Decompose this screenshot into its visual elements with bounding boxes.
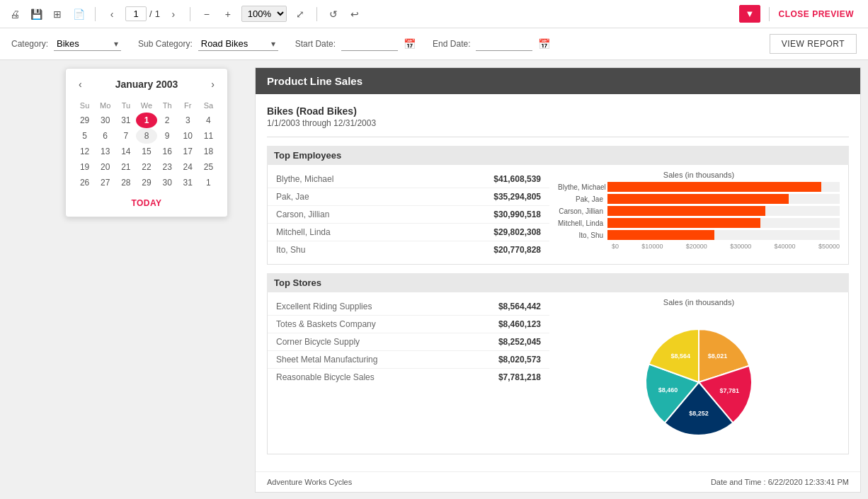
bar-fill: [607, 218, 760, 228]
today-button[interactable]: TODAY: [131, 198, 161, 208]
separator-4: [769, 7, 770, 21]
page-layout-icon[interactable]: ⊞: [50, 6, 65, 22]
calendar-day[interactable]: 7: [115, 128, 136, 144]
sub-category-label: Sub Category:: [138, 39, 193, 49]
calendar-day-header: Mo: [95, 98, 115, 113]
footer-datetime-value: 6/22/2020 12:33:41 PM: [768, 478, 849, 486]
filter-button[interactable]: ▼: [739, 5, 761, 23]
employee-name: Carson, Jillian: [276, 210, 329, 219]
bar-axis-label: $10000: [641, 243, 663, 250]
calendar-day[interactable]: 25: [198, 159, 219, 175]
calendar-day[interactable]: 4: [198, 113, 219, 128]
calendar-day[interactable]: 3: [178, 113, 198, 128]
page-navigation: 1 / 1: [125, 6, 160, 21]
start-date-input[interactable]: 1/1/2003: [341, 37, 398, 51]
calendar-prev-button[interactable]: ‹: [74, 77, 86, 91]
store-row: Corner Bicycle Supply$8,252,045: [268, 333, 549, 351]
category-select[interactable]: Bikes Accessories Clothing: [54, 37, 121, 51]
calendar-grid: SuMoTuWeThFrSa 2930311234567891011121314…: [74, 98, 219, 190]
bar-axis-label: $50000: [818, 243, 840, 250]
calendar-day[interactable]: 22: [136, 159, 156, 175]
calendar-day[interactable]: 20: [95, 159, 115, 175]
report-footer: Adventure Works Cycles Date and Time : 6…: [256, 471, 860, 492]
calendar-day[interactable]: 10: [178, 128, 198, 144]
employees-table: Blythe, Michael$41,608,539Pak, Jae$35,29…: [268, 165, 549, 264]
start-date-label: Start Date:: [295, 39, 336, 49]
calendar-day[interactable]: 28: [115, 175, 136, 190]
view-report-button[interactable]: VIEW REPORT: [770, 34, 857, 54]
prev-page-icon[interactable]: ‹: [104, 6, 120, 22]
separator-3: [316, 7, 317, 21]
calendar-day[interactable]: 1: [136, 113, 156, 128]
separator-1: [95, 7, 96, 21]
sub-category-filter: Sub Category: Road Bikes Mountain Bikes …: [138, 37, 278, 51]
calendar-day[interactable]: 14: [115, 144, 136, 159]
end-date-filter: End Date: 12/31/2003 📅: [433, 37, 550, 51]
refresh-icon[interactable]: ↺: [326, 6, 341, 22]
calendar-next-button[interactable]: ›: [207, 77, 219, 91]
bar-fill: [607, 182, 821, 192]
top-employees-section: Top Employees Blythe, Michael$41,608,539…: [267, 146, 849, 265]
undo-icon[interactable]: ↩: [347, 6, 362, 22]
calendar-day[interactable]: 21: [115, 159, 136, 175]
bar-label: Carson, Jillian: [558, 207, 607, 215]
calendar-day[interactable]: 31: [115, 113, 136, 128]
calendar-day[interactable]: 2: [157, 113, 178, 128]
start-date-calendar-button[interactable]: 📅: [404, 38, 416, 50]
top-stores-header: Top Stores: [267, 273, 849, 292]
bar-fill: [607, 230, 714, 240]
sub-category-select[interactable]: Road Bikes Mountain Bikes Touring Bikes: [198, 37, 278, 51]
calendar-day[interactable]: 11: [198, 128, 219, 144]
calendar-day[interactable]: 17: [178, 144, 198, 159]
calendar-day-header: Su: [74, 98, 95, 113]
store-name: Totes & Baskets Company: [276, 319, 376, 329]
bar-label: Ito, Shu: [558, 231, 607, 239]
top-stores-section: Top Stores Excellent Riding Supplies$8,5…: [267, 273, 849, 454]
calendar-day[interactable]: 1: [198, 175, 219, 190]
calendar-day[interactable]: 23: [157, 159, 178, 175]
calendar-day[interactable]: 29: [136, 175, 156, 190]
calendar-day[interactable]: 31: [178, 175, 198, 190]
export-icon[interactable]: 📄: [71, 6, 86, 22]
zoom-control: 100% 75% 150%: [241, 6, 287, 22]
calendar-day[interactable]: 27: [95, 175, 115, 190]
employee-value: $20,770,828: [493, 245, 541, 255]
zoom-out-icon[interactable]: −: [199, 6, 215, 22]
bar-row: Pak, Jae: [558, 194, 840, 204]
report-header: Product Line Sales: [256, 68, 860, 94]
calendar-day[interactable]: 24: [178, 159, 198, 175]
page-number-input[interactable]: 1: [125, 6, 147, 21]
calendar-day[interactable]: 30: [157, 175, 178, 190]
calendar-day[interactable]: 12: [74, 144, 95, 159]
print-icon[interactable]: 🖨: [7, 6, 23, 22]
calendar-day[interactable]: 8: [136, 128, 156, 144]
category-select-wrap: Bikes Accessories Clothing: [54, 37, 121, 51]
zoom-select[interactable]: 100% 75% 150%: [241, 6, 287, 22]
calendar-day[interactable]: 30: [95, 113, 115, 128]
calendar-day[interactable]: 16: [157, 144, 178, 159]
end-date-input[interactable]: 12/31/2003: [476, 37, 532, 51]
report-container: Product Line Sales Bikes (Road Bikes) 1/…: [255, 67, 861, 493]
calendar-day[interactable]: 5: [74, 128, 95, 144]
save-icon[interactable]: 💾: [28, 6, 44, 22]
employee-row: Blythe, Michael$41,608,539: [268, 171, 549, 188]
calendar-day[interactable]: 29: [74, 113, 95, 128]
fit-page-icon[interactable]: ⤢: [292, 6, 308, 22]
calendar-day[interactable]: 13: [95, 144, 115, 159]
store-value: $8,252,045: [498, 337, 541, 347]
calendar-day[interactable]: 15: [136, 144, 156, 159]
end-date-calendar-button[interactable]: 📅: [538, 38, 550, 50]
calendar-day[interactable]: 6: [95, 128, 115, 144]
calendar-day[interactable]: 26: [74, 175, 95, 190]
calendar-day[interactable]: 18: [198, 144, 219, 159]
store-name: Corner Bicycle Supply: [276, 337, 360, 347]
calendar-day[interactable]: 19: [74, 159, 95, 175]
employee-row: Carson, Jillian$30,990,518: [268, 206, 549, 224]
zoom-in-icon[interactable]: +: [220, 6, 236, 22]
next-page-icon[interactable]: ›: [166, 6, 181, 22]
calendar-day[interactable]: 9: [157, 128, 178, 144]
bar-track: [607, 206, 840, 216]
bar-track: [607, 194, 840, 204]
close-preview-button[interactable]: CLOSE PREVIEW: [778, 9, 854, 19]
filter-icon: ▼: [746, 8, 755, 19]
